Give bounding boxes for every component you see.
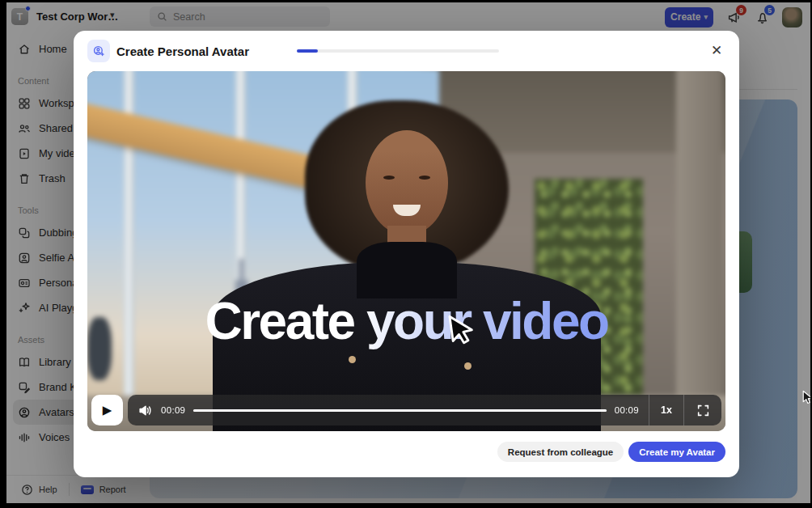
video-control-bar: 00:09 00:09 1x xyxy=(128,395,721,425)
duration: 00:09 xyxy=(615,405,639,415)
modal-footer: Request from colleague Create my Avatar xyxy=(497,442,725,462)
video-overlay-text: Create your video xyxy=(87,291,725,351)
playback-speed-button[interactable]: 1x xyxy=(649,395,683,425)
video-controls: ▶ 00:09 00:09 1x xyxy=(91,395,721,425)
close-icon[interactable]: ✕ xyxy=(707,40,726,60)
play-icon: ▶ xyxy=(103,403,112,417)
step-progress-bar xyxy=(297,49,499,53)
create-my-avatar-button[interactable]: Create my Avatar xyxy=(628,442,725,462)
presenter-person xyxy=(87,71,725,431)
modal-title: Create Personal Avatar xyxy=(116,44,249,58)
create-personal-avatar-modal: Create Personal Avatar ✕ xyxy=(74,31,739,477)
request-from-colleague-button[interactable]: Request from colleague xyxy=(497,442,624,462)
create-avatar-modal-icon xyxy=(87,40,110,62)
fullscreen-icon xyxy=(696,404,710,417)
app-window: T Test Corp Wor… ▾ Search Create ▾ 9 5 xyxy=(6,2,810,503)
volume-icon[interactable] xyxy=(137,403,153,418)
mouse-cursor-icon xyxy=(799,389,810,404)
video-cursor-icon xyxy=(439,308,480,349)
seek-bar[interactable] xyxy=(193,409,606,412)
person-plus-icon xyxy=(92,44,105,57)
avatar-intro-video-player[interactable]: Create your video ▶ 00:09 00:09 1x xyxy=(87,71,725,431)
seek-bar-fill xyxy=(193,409,606,412)
fullscreen-button[interactable] xyxy=(684,395,721,425)
current-time: 00:09 xyxy=(161,405,185,415)
step-progress-fill xyxy=(297,49,318,53)
play-button[interactable]: ▶ xyxy=(91,395,123,425)
